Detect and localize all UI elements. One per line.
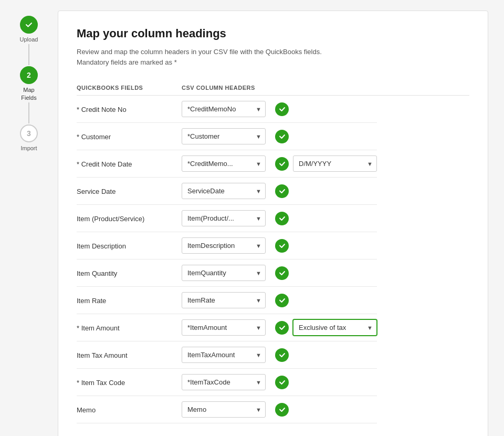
field-label-item-tax-amount: Item Tax Amount bbox=[77, 351, 128, 359]
field-label-item-rate: Item Rate bbox=[77, 297, 106, 305]
table-row: Item QuantityItemQuantity▼ bbox=[77, 259, 469, 287]
dropdown-item-quantity[interactable]: ItemQuantity bbox=[182, 265, 266, 281]
check-icon-item-tax-code bbox=[275, 376, 289, 389]
step-map-fields: 2 MapFields bbox=[20, 66, 38, 101]
table-row: Item (Product/Service)Item(Product/...▼ bbox=[77, 205, 469, 232]
check-icon-service-date bbox=[275, 184, 289, 198]
dropdown-item-tax-code[interactable]: *ItemTaxCode bbox=[182, 374, 266, 390]
subtitle: Review and map the column headers in you… bbox=[77, 47, 469, 67]
dropdown-item[interactable]: Item(Product/... bbox=[182, 210, 266, 226]
dropdown-memo[interactable]: Memo bbox=[182, 401, 266, 418]
table-row: Item DescriptionItemDescription▼ bbox=[77, 232, 469, 259]
check-icon-credit-note-no bbox=[275, 102, 289, 116]
step-import-circle: 3 bbox=[20, 124, 38, 142]
step-upload-label: Upload bbox=[20, 36, 38, 43]
dropdown-credit-note-date[interactable]: *CreditMemo... bbox=[182, 155, 266, 172]
dropdown-item-tax-amount[interactable]: ItemTaxAmount bbox=[182, 347, 266, 363]
check-icon-item bbox=[275, 212, 289, 225]
dropdown-service-date[interactable]: ServiceDate bbox=[182, 183, 266, 199]
field-label-credit-note-date: * Credit Note Date bbox=[77, 160, 132, 168]
table-row: * Customer*Customer▼ bbox=[77, 123, 469, 150]
dropdown-item-description[interactable]: ItemDescription bbox=[182, 237, 266, 254]
table-row: Service DateServiceDate▼ bbox=[77, 178, 469, 205]
field-label-item-description: Item Description bbox=[77, 242, 126, 250]
dropdown-item-amount[interactable]: *ItemAmount bbox=[182, 319, 266, 336]
table-row: * Item Amount*ItemAmount▼Exclusive of ta… bbox=[77, 314, 469, 341]
table-row: Item Tax AmountItemTaxAmount▼ bbox=[77, 341, 469, 369]
extra-dropdown-item-amount[interactable]: Exclusive of tax bbox=[293, 319, 377, 336]
check-icon-credit-note-date bbox=[275, 157, 289, 171]
check-icon-item-amount bbox=[275, 321, 289, 335]
page-title: Map your column headings bbox=[77, 27, 469, 40]
extra-dropdown-credit-note-date[interactable]: D/M/YYYY bbox=[293, 155, 377, 172]
step-map-circle: 2 bbox=[20, 66, 38, 84]
mapping-table: QUICKBOOKS FIELDS CSV COLUMN HEADERS * C… bbox=[77, 80, 469, 423]
field-label-item-tax-code: * Item Tax Code bbox=[77, 379, 125, 387]
field-label-memo: Memo bbox=[77, 406, 96, 414]
field-label-credit-note-no: * Credit Note No bbox=[77, 106, 127, 113]
check-icon-item-quantity bbox=[275, 266, 289, 280]
col-header-csv: CSV COLUMN HEADERS bbox=[182, 80, 377, 96]
step-import: 3 Import bbox=[20, 124, 38, 152]
field-label-service-date: Service Date bbox=[77, 188, 116, 195]
col-header-qb: QUICKBOOKS FIELDS bbox=[77, 80, 182, 96]
check-icon-item-tax-amount bbox=[275, 348, 289, 362]
field-label-item: Item (Product/Service) bbox=[77, 215, 144, 223]
check-icon-memo bbox=[275, 403, 289, 417]
step-connector-1 bbox=[28, 44, 29, 65]
field-label-customer: * Customer bbox=[77, 133, 111, 141]
table-row: Item RateItemRate▼ bbox=[77, 287, 469, 314]
table-row: * Item Tax Code*ItemTaxCode▼ bbox=[77, 369, 469, 396]
step-upload: Upload bbox=[20, 16, 38, 43]
check-icon-customer bbox=[275, 130, 289, 143]
sidebar: Upload 2 MapFields 3 Import bbox=[5, 11, 52, 436]
dropdown-item-rate[interactable]: ItemRate bbox=[182, 292, 266, 308]
main-panel: Map your column headings Review and map … bbox=[58, 11, 488, 436]
step-map-label: MapFields bbox=[21, 86, 36, 101]
check-icon-item-rate bbox=[275, 294, 289, 307]
table-row: * Credit Note Date*CreditMemo...▼D/M/YYY… bbox=[77, 150, 469, 178]
dropdown-credit-note-no[interactable]: *CreditMemoNo bbox=[182, 101, 266, 117]
step-upload-circle bbox=[20, 16, 38, 34]
check-icon-item-description bbox=[275, 239, 289, 253]
step-import-label: Import bbox=[20, 144, 37, 152]
table-row: MemoMemo▼ bbox=[77, 396, 469, 423]
table-row: * Credit Note No*CreditMemoNo▼ bbox=[77, 96, 469, 123]
field-label-item-quantity: Item Quantity bbox=[77, 269, 117, 277]
step-connector-2 bbox=[28, 102, 29, 123]
dropdown-customer[interactable]: *Customer bbox=[182, 128, 266, 144]
field-label-item-amount: * Item Amount bbox=[77, 324, 120, 332]
